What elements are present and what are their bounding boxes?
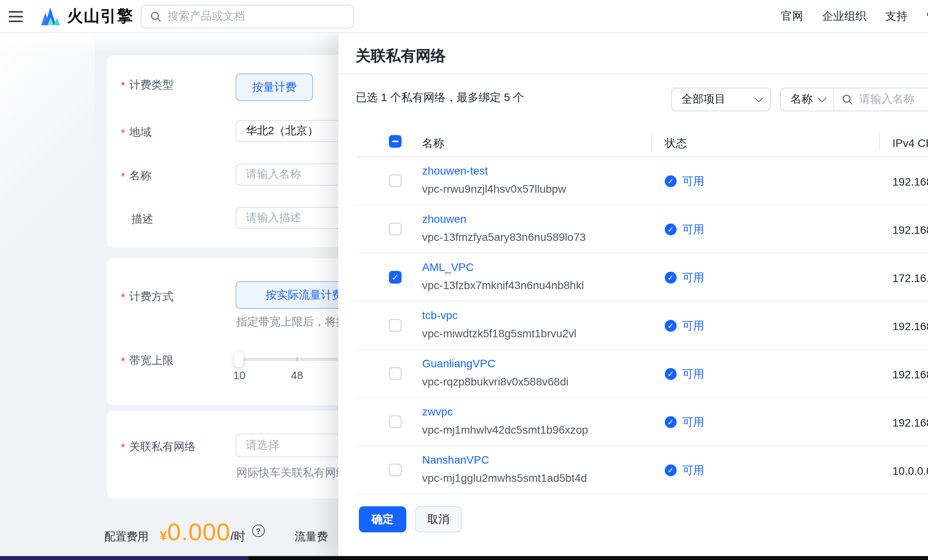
row-checkbox[interactable] [389,415,402,428]
chevron-down-icon [754,94,764,103]
vpc-name-link[interactable]: zhouwen-test [422,164,488,177]
bandwidth-tick-value: 48 [291,369,303,381]
vpc-name-link[interactable]: NanshanVPC [422,453,489,466]
status-check-icon: ✓ [665,320,677,332]
table-row: tcb-vpc vpc-miwdtzk5f18g5smt1brvu2vl ✓ 可… [338,302,928,350]
status-text: 可用 [682,367,704,381]
status-badge: ✓ 可用 [665,415,704,429]
vpc-id: vpc-13fmzfya5ary83n6nu589lo73 [422,231,586,243]
column-header-name: 名称 [422,137,444,151]
vpc-id: vpc-13fzbx7mknif43n6nu4nb8hkl [422,279,584,291]
name-label: * 名称 [121,169,151,183]
select-all-checkbox[interactable] [389,135,402,148]
global-search-input[interactable]: 搜索产品或文档 [141,5,354,28]
vpc-id: vpc-rqzp8bukvri8v0x588v68di [422,375,568,388]
search-group: 名称 请输入名称 [780,88,928,111]
column-header-status: 状态 [665,137,687,151]
confirm-button[interactable]: 确定 [359,506,406,532]
volcengine-console: 火山引擎 搜索产品或文档 官网 企业组织 支持 管 * 计费类型 按量计费 * … [0,0,928,560]
required-asterisk: * [121,171,125,182]
status-badge: ✓ 可用 [665,463,704,477]
project-filter-select[interactable]: 全部项目 [671,88,771,111]
status-check-icon: ✓ [665,416,677,428]
nav-item-support[interactable]: 支持 [885,9,907,23]
row-checkbox[interactable] [389,223,402,235]
top-header: 火山引擎 搜索产品或文档 官网 企业组织 支持 管 [0,0,928,33]
brand-logo[interactable]: 火山引擎 [40,6,134,27]
vpc-name-link[interactable]: GuanliangVPC [422,357,495,370]
search-icon [150,11,161,22]
required-asterisk: * [121,355,125,366]
status-check-icon: ✓ [665,175,677,187]
search-placeholder: 搜索产品或文档 [168,9,245,24]
menu-icon[interactable] [9,11,23,22]
description-label: 描述 [121,212,153,227]
billing-type-option[interactable]: 按量计费 [236,73,313,101]
bandwidth-slider[interactable] [236,358,354,361]
status-text: 可用 [682,463,704,477]
table-row: zhouwen vpc-13fmzfya5ary83n6nu589lo73 ✓ … [338,205,928,254]
left-gradient [0,32,95,285]
vpc-name-link[interactable]: AML_VPC [422,261,474,273]
fee-help-icon[interactable]: ? [252,524,264,537]
search-icon [842,94,853,105]
status-check-icon: ✓ [665,272,677,284]
ipv4-cidr: 192.168 [892,175,928,188]
nav-item-official-site[interactable]: 官网 [781,9,803,23]
fee-bar: 配置费用 ¥ 0.000 /时 ? 流量费 [104,518,328,547]
vpc-field-label: * 关联私有网络 [121,440,196,454]
status-check-icon: ✓ [665,368,677,380]
vpc-id: vpc-miwdtzk5f18g5smt1brvu2vl [422,327,577,340]
row-checkbox[interactable] [389,464,402,476]
status-text: 可用 [682,415,704,429]
ipv4-cidr: 192.168 [892,223,928,236]
nav-item-partial[interactable]: 管 [926,9,928,23]
status-badge: ✓ 可用 [665,319,704,333]
vpc-table-header: 名称 状态 IPv4 CI [338,130,928,157]
billing-method-label: * 计费方式 [121,290,174,304]
fee-amount: 0.000 [167,518,230,547]
required-asterisk: * [121,442,125,453]
fee-currency: ¥ [160,528,167,544]
required-asterisk: * [121,127,125,138]
slider-tick [296,357,298,362]
required-asterisk: * [121,291,125,303]
bandwidth-min-value: 10 [233,369,245,381]
status-badge: ✓ 可用 [665,367,704,381]
header-nav: 官网 企业组织 支持 管 [781,9,928,23]
status-text: 可用 [682,174,704,188]
ipv4-cidr: 192.168 [892,319,928,332]
row-checkbox[interactable]: ✓ [389,271,402,284]
bandwidth-slider-handle[interactable] [234,351,243,367]
status-badge: ✓ 可用 [665,271,704,285]
traffic-fee-label: 流量费 [294,530,328,544]
status-badge: ✓ 可用 [665,222,704,237]
vpc-search-input[interactable]: 请输入名称 [834,92,915,107]
table-row: NanshanVPC vpc-mj1gglu2mwhs5smt1ad5bt4d … [338,446,928,494]
status-text: 可用 [682,319,704,333]
table-row: GuanliangVPC vpc-rqzp8bukvri8v0x588v68di… [338,350,928,398]
status-check-icon: ✓ [665,224,677,235]
table-row: zwvpc vpc-mj1mhwlv42dc5smt1b96xzop ✓ 可用 … [338,398,928,446]
search-field-select[interactable]: 名称 [781,88,833,111]
bottom-strip-accent [0,556,248,560]
drawer-divider [338,73,928,74]
column-divider [879,133,880,151]
status-check-icon: ✓ [665,464,677,476]
vpc-id: vpc-mj1gglu2mwhs5smt1ad5bt4d [422,472,587,484]
row-checkbox[interactable] [389,367,402,380]
region-label: * 地域 [121,126,151,140]
column-divider [651,133,652,151]
fee-label: 配置费用 [104,530,149,544]
required-asterisk: * [121,80,125,91]
cancel-button[interactable]: 取消 [415,506,462,532]
vpc-name-link[interactable]: zhouwen [422,212,466,225]
vpc-name-link[interactable]: tcb-vpc [422,309,458,321]
vpc-id: vpc-rrwu9nzjl4hsv0x57llubpw [422,182,566,195]
row-checkbox[interactable] [389,175,402,187]
vpc-name-link[interactable]: zwvpc [422,405,453,418]
bandwidth-label: * 带宽上限 [121,354,174,368]
row-checkbox[interactable] [389,319,402,332]
nav-item-org[interactable]: 企业组织 [822,9,866,23]
row-divider [356,494,928,494]
